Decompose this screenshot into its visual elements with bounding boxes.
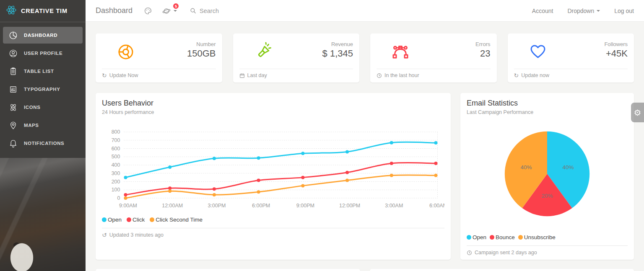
svg-text:0: 0 bbox=[117, 195, 120, 201]
logout-link[interactable]: Log out bbox=[614, 8, 634, 14]
sidebar-item-icons[interactable]: ICONS bbox=[3, 99, 83, 116]
search-icon bbox=[190, 7, 197, 14]
svg-text:3:00PM: 3:00PM bbox=[208, 203, 226, 209]
account-link[interactable]: Account bbox=[532, 8, 553, 14]
users-behavior-footer: ↺ Updated 3 minutes ago bbox=[102, 232, 444, 238]
stat-value: 23 bbox=[424, 48, 490, 59]
legend-label: Open bbox=[108, 217, 122, 223]
svg-text:3:00AM: 3:00AM bbox=[385, 203, 403, 209]
svg-text:40%: 40% bbox=[520, 164, 532, 170]
users-behavior-title: Users Behavior bbox=[102, 99, 444, 108]
sidebar-item-label: DASHBOARD bbox=[24, 33, 57, 38]
settings-gear-button[interactable]: ⚙ bbox=[631, 103, 644, 122]
sidebar-item-table-list[interactable]: TABLE LIST bbox=[3, 63, 83, 80]
notification-badge: 5 bbox=[172, 3, 179, 10]
legend-item-click-second-time: Click Second Time bbox=[150, 217, 203, 223]
palette-button[interactable] bbox=[143, 6, 153, 15]
newspaper-icon bbox=[8, 85, 18, 94]
react-atom-logo-icon bbox=[6, 5, 17, 17]
users-behavior-chart: 01002003004005006007008009:00AM12:00AM3:… bbox=[102, 126, 444, 212]
sidebar-item-dashboard[interactable]: DASHBOARD bbox=[3, 27, 83, 44]
email-statistics-card: Email Statistics Last Campaign Performan… bbox=[460, 93, 634, 260]
caret-down-icon bbox=[597, 10, 600, 12]
refresh-icon: ↻ bbox=[102, 72, 107, 78]
sidebar: CREATIVE TIM DASHBOARD USER PROFILE bbox=[0, 0, 86, 271]
svg-text:100: 100 bbox=[112, 187, 120, 193]
stat-label: Revenue bbox=[287, 41, 353, 47]
bell-icon bbox=[8, 139, 18, 148]
sidebar-item-label: MAPS bbox=[24, 123, 39, 128]
stat-footer-label: Last day bbox=[247, 72, 267, 78]
users-behavior-subtitle: 24 Hours performance bbox=[102, 109, 444, 115]
stats-row: Number 150GB ↻ Update Now bbox=[96, 34, 634, 83]
sidebar-item-label: ICONS bbox=[24, 105, 40, 110]
legend-label: Click bbox=[132, 217, 145, 223]
sidebar-item-notifications[interactable]: NOTIFICATIONS bbox=[3, 135, 83, 152]
svg-text:12:00AM: 12:00AM bbox=[162, 203, 183, 209]
email-statistics-title: Email Statistics bbox=[467, 99, 628, 108]
svg-text:6:00AM: 6:00AM bbox=[429, 203, 444, 209]
clock-icon bbox=[377, 73, 382, 78]
sidebar-item-maps[interactable]: MAPS bbox=[3, 117, 83, 134]
legend-dot bbox=[518, 235, 523, 240]
legend-item-unsubscribe: Unsubscribe bbox=[518, 234, 556, 240]
legend-label: Unsubscribe bbox=[524, 234, 556, 240]
flashlight-icon bbox=[239, 39, 287, 69]
stat-card-followers: Followers +45K ↻ Update now bbox=[508, 34, 634, 83]
stat-footer-last-day: Last day bbox=[239, 69, 353, 78]
bottom-card-right bbox=[370, 269, 634, 271]
planet-icon bbox=[162, 6, 171, 15]
caret-down-icon bbox=[174, 10, 177, 12]
legend-dot bbox=[127, 217, 131, 222]
page-title: Dashboard bbox=[96, 6, 132, 15]
search-input[interactable]: Search bbox=[190, 7, 219, 14]
dropdown-link[interactable]: Dropdown bbox=[567, 8, 600, 14]
svg-text:700: 700 bbox=[112, 137, 120, 143]
history-icon: ↺ bbox=[102, 232, 107, 238]
sidebar-item-typography[interactable]: TYPOGRAPHY bbox=[3, 81, 83, 98]
stat-footer-label: In the last hour bbox=[384, 72, 419, 78]
chart-pie-icon bbox=[8, 31, 18, 40]
bottom-card-left bbox=[96, 269, 360, 271]
palette-icon bbox=[143, 6, 153, 15]
charts-row: Users Behavior 24 Hours performance 0100… bbox=[96, 93, 634, 260]
users-behavior-card: Users Behavior 24 Hours performance 0100… bbox=[96, 93, 451, 260]
stat-footer-update-now[interactable]: ↻ Update Now bbox=[102, 69, 216, 78]
email-statistics-pie-chart: 40%20%40% bbox=[503, 129, 592, 218]
stat-footer-update-now-2[interactable]: ↻ Update now bbox=[514, 69, 628, 78]
donut-chart-icon bbox=[102, 39, 150, 69]
legend-label: Bounce bbox=[496, 234, 515, 240]
legend-item-open: Open bbox=[102, 217, 122, 223]
users-behavior-legend: Open Click Click Second Time bbox=[102, 217, 444, 223]
stat-footer-label: Update Now bbox=[109, 72, 138, 78]
legend-item-bounce: Bounce bbox=[490, 234, 515, 240]
heart-icon bbox=[514, 39, 562, 69]
clipboard-icon bbox=[8, 67, 18, 76]
sidebar-item-label: TYPOGRAPHY bbox=[24, 87, 60, 92]
stat-value: $ 1,345 bbox=[287, 48, 353, 59]
stat-card-number: Number 150GB ↻ Update Now bbox=[96, 34, 222, 83]
svg-text:20%: 20% bbox=[542, 193, 553, 199]
atom-icon bbox=[8, 103, 18, 112]
svg-text:600: 600 bbox=[112, 146, 120, 152]
clock-icon bbox=[467, 250, 472, 256]
legend-item-click: Click bbox=[127, 217, 145, 223]
legend-label: Open bbox=[473, 234, 486, 240]
brand[interactable]: CREATIVE TIM bbox=[0, 0, 86, 22]
email-statistics-subtitle: Last Campaign Performance bbox=[467, 109, 628, 115]
notifications-dropdown-button[interactable]: 5 bbox=[162, 6, 177, 15]
sidebar-item-user-profile[interactable]: USER PROFILE bbox=[3, 45, 83, 62]
stat-value: +45K bbox=[562, 48, 628, 59]
calendar-icon bbox=[239, 73, 245, 78]
stat-label: Followers bbox=[562, 41, 628, 47]
legend-dot bbox=[150, 217, 154, 222]
bottom-row bbox=[96, 269, 634, 271]
email-statistics-legend: Open Bounce Unsubscribe bbox=[467, 234, 628, 240]
brand-name: CREATIVE TIM bbox=[21, 8, 68, 14]
sidebar-background-photo bbox=[0, 158, 86, 271]
svg-text:9:00AM: 9:00AM bbox=[119, 203, 137, 209]
stat-footer-last-hour: In the last hour bbox=[377, 69, 491, 78]
legend-label: Click Second Time bbox=[156, 217, 203, 223]
svg-text:12:00PM: 12:00PM bbox=[339, 203, 360, 209]
email-statistics-footer: Campaign sent 2 days ago bbox=[467, 250, 628, 256]
